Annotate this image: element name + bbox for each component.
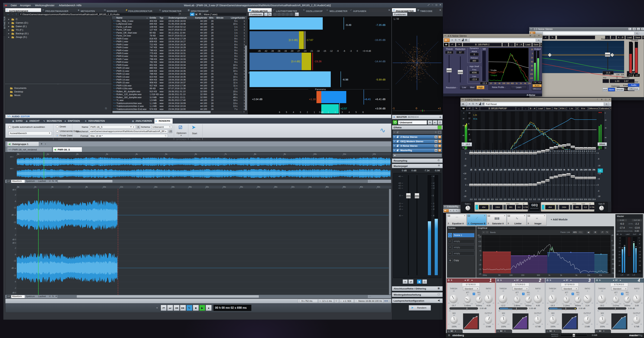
add-effect-button[interactable]: + xyxy=(393,154,442,158)
geq-fader-thumb[interactable] xyxy=(541,181,545,183)
save-button[interactable]: Save xyxy=(634,36,642,39)
bell-q-value[interactable]: 0.706 xyxy=(523,205,529,210)
geq-fader-thumb[interactable] xyxy=(516,152,520,154)
droplet-icon[interactable]: ◆ xyxy=(417,280,422,284)
ab-copy-button[interactable]: A →B xyxy=(616,36,625,39)
setup-box[interactable]: B: 185-PWR-2 xyxy=(463,43,502,46)
sc-strip[interactable]: SC▼ xyxy=(496,330,512,333)
band-power-icon[interactable] xyxy=(448,279,450,282)
column-header-6[interactable]: Bitrate xyxy=(211,16,224,20)
effect-slot-2[interactable]: ≡▟X-Noise StereoS xyxy=(393,144,442,148)
footer-section-1[interactable]: Wiedergabebearbeitung xyxy=(392,292,443,297)
geq-fader-track[interactable] xyxy=(539,172,539,197)
updown-icon[interactable]: ⇅ xyxy=(52,180,55,183)
tab-aufgaben[interactable]: ✓AUFGABEN xyxy=(349,8,369,12)
status-selection[interactable]: ⌶9 s 752 ms xyxy=(298,299,318,303)
geq-fader-track[interactable] xyxy=(496,143,497,167)
solo-button[interactable]: S xyxy=(434,149,438,152)
more-icon[interactable]: ⋯ xyxy=(369,180,373,183)
thresh-slider-thumb[interactable] xyxy=(446,68,452,72)
znoise-preset-field[interactable] xyxy=(542,32,634,35)
preset-5[interactable]: 5 xyxy=(290,13,293,16)
geq-fader-thumb[interactable] xyxy=(490,184,494,186)
toolbar-rin[interactable]: R-In xyxy=(579,107,588,110)
lowcut-freq-value[interactable]: 454 xyxy=(479,205,489,210)
geq-fader-thumb[interactable] xyxy=(571,146,575,148)
geq-fader-track[interactable] xyxy=(505,143,506,167)
path-dropdown-icon[interactable]: ▼ xyxy=(179,13,181,16)
knob[interactable] xyxy=(514,296,520,302)
band-solo-button[interactable]: S xyxy=(550,279,552,282)
source-select[interactable]: Auswahlbereich▼ xyxy=(8,131,52,135)
tab-phasenmeter[interactable]: ✕PHASENMETER xyxy=(392,8,416,12)
load-button[interactable]: Load xyxy=(524,43,532,46)
path-input[interactable]: F:/SteamGames/steamapps/common/RailWorks… xyxy=(19,12,179,16)
geq-fader-thumb[interactable] xyxy=(507,184,512,186)
toolbar-difference[interactable]: Difference xyxy=(588,107,598,110)
bypass-button[interactable] xyxy=(438,149,441,152)
solo-icon[interactable]: S xyxy=(452,209,455,212)
prev-channel-icon[interactable]: ◀ xyxy=(464,279,466,282)
geq-fader-track[interactable] xyxy=(518,143,518,167)
scene-name-2[interactable]: empty xyxy=(453,239,474,244)
geq-fader-track[interactable] xyxy=(590,143,590,167)
geq-fader-thumb[interactable] xyxy=(575,147,579,150)
funktionen-button[interactable]: Funktionen xyxy=(393,12,407,16)
transport-collapse-icon[interactable]: « xyxy=(156,306,160,310)
masterpegel-header[interactable]: Masterpegel xyxy=(392,164,443,168)
close-icon[interactable]: ✕ xyxy=(544,215,546,217)
prev-channel-icon[interactable]: ◀ xyxy=(613,279,614,282)
rel-button[interactable]: REL xyxy=(578,231,583,234)
stereo-tab[interactable]: STEREO xyxy=(512,283,529,286)
more-icon[interactable]: ⋯ xyxy=(369,295,373,298)
geq-fader-thumb[interactable] xyxy=(490,152,494,154)
bell-q-value[interactable]: 0.706 xyxy=(589,205,595,210)
audition-icon[interactable]: ◀) xyxy=(586,231,590,234)
band-power-icon[interactable] xyxy=(546,279,549,282)
bell-gain-value[interactable]: 0.0 xyxy=(516,205,522,210)
gear-icon[interactable]: ⚙ xyxy=(593,231,597,234)
reduction-slider-thumb[interactable] xyxy=(605,52,610,57)
rendern-button[interactable]: ➤Rendern xyxy=(409,305,431,310)
funktionen-button[interactable]: Funktionen xyxy=(249,12,264,16)
geq-fader-thumb[interactable] xyxy=(566,144,571,146)
geq-preset-field[interactable]: Full Reset xyxy=(484,102,604,106)
abs-button[interactable]: ABS xyxy=(572,231,578,234)
knob[interactable] xyxy=(484,295,492,303)
geq-fader-track[interactable] xyxy=(526,143,526,167)
bypass-button[interactable] xyxy=(438,140,441,143)
goto-end-icon[interactable]: ⏭ xyxy=(167,305,173,311)
preset-dropdown[interactable]: Standard▼ xyxy=(611,287,628,290)
hscroll-thumb[interactable] xyxy=(77,295,259,298)
geq-fader-thumb[interactable] xyxy=(550,176,554,179)
power-button[interactable] xyxy=(393,120,397,124)
geq-fader-thumb[interactable] xyxy=(499,152,503,154)
geq-fader-thumb[interactable] xyxy=(494,152,499,154)
panel-menu-icon[interactable]: ▦ xyxy=(440,116,442,118)
geq-fader-track[interactable] xyxy=(585,143,586,167)
status-note[interactable]: 🗩 xyxy=(334,299,339,303)
play-button[interactable]: ▶ xyxy=(195,12,198,16)
next-channel-icon[interactable]: ▶ xyxy=(472,279,473,282)
play-icon[interactable]: ▶ xyxy=(199,305,205,311)
file-tab-inactive[interactable]: ∿∿PWR-16i_roh_rendered xyxy=(7,147,52,152)
confirm-icon[interactable]: ✓ xyxy=(264,12,268,16)
tab-pegelmeter[interactable]: ▮▮PEGELMETER xyxy=(248,8,272,12)
preset-2[interactable]: 2 xyxy=(278,13,280,16)
geq-fader-thumb[interactable] xyxy=(571,175,575,178)
geq-fader-thumb[interactable] xyxy=(482,152,486,154)
toolbar-save[interactable]: Save xyxy=(545,107,552,110)
knob[interactable] xyxy=(485,316,492,323)
channel-mode-button[interactable]: LR xyxy=(6,180,11,183)
geq-fader-thumb[interactable] xyxy=(473,152,478,154)
place-item-music[interactable]: Music xyxy=(14,94,50,97)
knob[interactable] xyxy=(599,316,606,323)
up-button[interactable]: ↑ xyxy=(14,12,18,16)
stop-icon[interactable]: ■ xyxy=(193,305,199,311)
editor-tab-einfügen[interactable]: ⊕EINFÜGEN xyxy=(64,118,83,124)
xnoise-preset-field[interactable] xyxy=(470,38,536,42)
close-icon[interactable]: ✕ xyxy=(464,215,466,217)
source-checkbox[interactable] xyxy=(8,126,11,128)
drag-icon[interactable]: ≡ xyxy=(394,144,396,147)
footer-section-2[interactable]: Lautsprecherkonfiguration xyxy=(392,298,443,303)
